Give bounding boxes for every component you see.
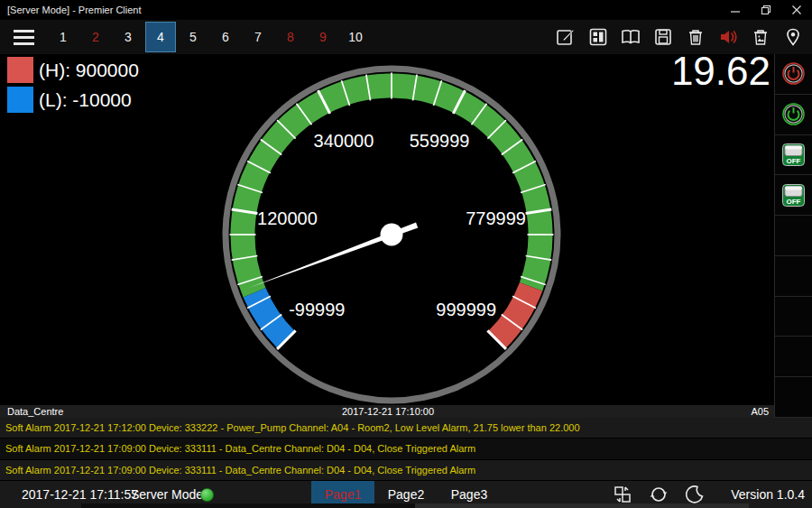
- svg-text:120000: 120000: [257, 208, 318, 228]
- legend-low: (L): -10000: [7, 87, 139, 113]
- server-mode-label: Server Mode: [131, 487, 203, 502]
- rocker-off-icon: OFF: [781, 183, 806, 208]
- page-button-10[interactable]: 10: [340, 22, 371, 52]
- high-limit-swatch: [7, 57, 33, 83]
- sidebar-cell-5: [775, 216, 812, 256]
- version-label: Version 1.0.4: [731, 487, 805, 502]
- sidebar-cell-6: [775, 256, 812, 297]
- current-value: 19.62: [671, 54, 770, 94]
- app-window: [Server Mode] - Premier Client 123456789…: [0, 0, 812, 508]
- power-off-button[interactable]: [775, 54, 812, 95]
- legend-high: (H): 900000: [7, 57, 139, 83]
- power-icon: [781, 61, 806, 86]
- speaker-icon: [717, 27, 739, 47]
- page-button-7[interactable]: 7: [243, 22, 273, 52]
- gauge-panel: (H): 900000 (L): -10000 19.62 -999991200…: [0, 54, 774, 418]
- clear-archive-icon: [751, 27, 770, 47]
- page-button-6[interactable]: 6: [210, 22, 241, 52]
- location-icon: [783, 27, 803, 47]
- page-button-8[interactable]: 8: [275, 22, 306, 52]
- main-panel: (H): 900000 (L): -10000 19.62 -999991200…: [0, 54, 812, 418]
- dashboard-button[interactable]: [582, 20, 614, 54]
- toggle-switch-1[interactable]: OFF: [775, 135, 812, 176]
- alarm-row-3[interactable]: Soft Alarm 2017-12-21 17:09:00 Device: 3…: [0, 460, 812, 481]
- alarm-list: Soft Alarm 2017-12-21 17:12:00 Device: 3…: [0, 418, 812, 481]
- menu-button[interactable]: [0, 20, 47, 54]
- gauge: -99999120000340000559999779999999999: [216, 59, 567, 411]
- channel-id: A05: [434, 406, 774, 417]
- night-mode-icon: [685, 485, 705, 504]
- svg-text:340000: 340000: [314, 131, 374, 151]
- close-button[interactable]: [781, 0, 812, 20]
- edit-icon: [556, 27, 576, 47]
- location-button[interactable]: [777, 20, 809, 54]
- svg-text:559999: 559999: [410, 131, 470, 151]
- connection-status-indicator: [200, 488, 214, 502]
- power-icon: [781, 102, 806, 126]
- edit-button[interactable]: [549, 20, 582, 54]
- alarm-row-1[interactable]: Soft Alarm 2017-12-21 17:12:00 Device: 3…: [0, 418, 812, 439]
- clock: 2017-12-21 17:11:57: [22, 487, 138, 502]
- sidebar-cell-7: [775, 297, 812, 337]
- save-icon: [653, 27, 673, 47]
- book-icon: [620, 27, 641, 47]
- rocker-off-icon: OFF: [781, 143, 806, 167]
- svg-text:OFF: OFF: [787, 157, 801, 165]
- high-limit-label: (H): 900000: [39, 60, 139, 81]
- page-button-1[interactable]: 1: [48, 22, 78, 52]
- window-title: [Server Mode] - Premier Client: [0, 5, 720, 15]
- low-limit-swatch: [7, 87, 33, 113]
- dashboard-icon: [588, 27, 608, 47]
- page-button-5[interactable]: 5: [178, 22, 208, 52]
- device-name: Data_Centre: [0, 406, 342, 417]
- control-sidebar: OFFOFF: [774, 54, 812, 418]
- page-button-9[interactable]: 9: [308, 22, 338, 52]
- page-button-3[interactable]: 3: [113, 22, 143, 52]
- trash-icon: [686, 27, 706, 47]
- power-on-button[interactable]: [775, 95, 812, 135]
- svg-text:OFF: OFF: [787, 198, 801, 206]
- minimize-icon: [730, 5, 741, 15]
- log-book-button[interactable]: [614, 20, 647, 54]
- toolbar-icons: [549, 20, 812, 54]
- svg-text:-99999: -99999: [289, 300, 345, 319]
- sound-alarm-button[interactable]: [712, 20, 744, 54]
- horizontal-scrollbar[interactable]: [81, 503, 749, 508]
- gauge-footer: Data_Centre 2017-12-21 17:10:00 A05: [0, 405, 774, 418]
- restore-icon: [761, 5, 771, 15]
- save-button[interactable]: [647, 20, 679, 54]
- page-button-4[interactable]: 4: [145, 22, 176, 52]
- delete-button[interactable]: [679, 20, 712, 54]
- sidebar-cell-8: [775, 337, 812, 377]
- toolbar: 12345678910: [0, 20, 812, 54]
- page-button-2[interactable]: 2: [80, 22, 111, 52]
- low-limit-label: (L): -10000: [39, 89, 132, 111]
- gauge-legend: (H): 900000 (L): -10000: [7, 57, 139, 116]
- close-icon: [791, 5, 802, 15]
- minimize-button[interactable]: [720, 0, 751, 20]
- reading-timestamp: 2017-12-21 17:10:00: [342, 406, 434, 417]
- sync-icon: [648, 484, 669, 505]
- scrollbar-thumb[interactable]: [415, 503, 749, 508]
- layout-swap-icon: [613, 485, 632, 504]
- page-buttons: 12345678910: [47, 20, 372, 54]
- titlebar: [Server Mode] - Premier Client: [0, 0, 812, 20]
- hamburger-icon: [14, 30, 34, 32]
- toggle-switch-2[interactable]: OFF: [775, 175, 812, 216]
- alarm-row-2[interactable]: Soft Alarm 2017-12-21 17:09:00 Device: 3…: [0, 439, 812, 459]
- svg-text:779999: 779999: [466, 208, 526, 228]
- sidebar-cell-9: [775, 377, 812, 418]
- clear-archive-button[interactable]: [744, 20, 777, 54]
- svg-text:999999: 999999: [436, 300, 496, 319]
- statusbar: 2017-12-21 17:11:57 Server Mode Page1Pag…: [0, 481, 812, 508]
- restore-button[interactable]: [751, 0, 781, 20]
